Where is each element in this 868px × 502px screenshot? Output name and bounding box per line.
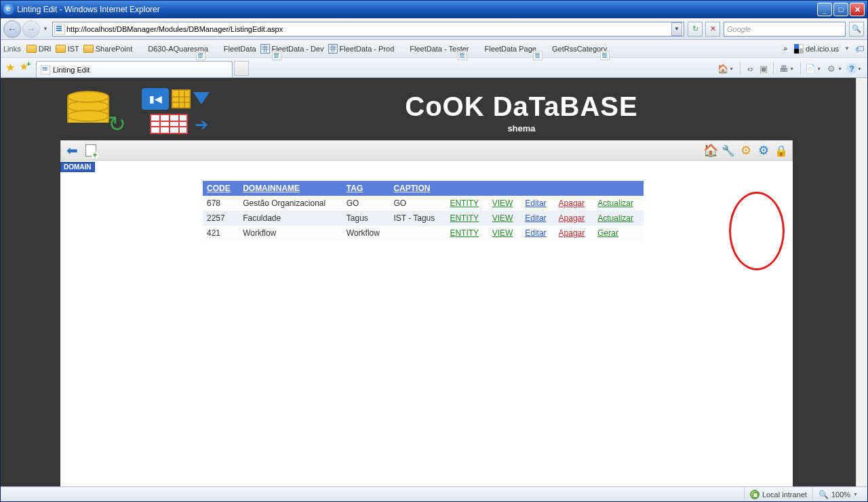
tag-icon[interactable]: 🏷 xyxy=(855,43,865,54)
nav-toolbar: ← → ▼ ▼ ↻ ✕ Google 🔍 xyxy=(1,18,867,40)
folder-icon xyxy=(83,45,94,53)
favorite-fleetdata-dev[interactable]: FleetData - Dev xyxy=(260,44,324,54)
link-edit[interactable]: Editar xyxy=(525,228,546,238)
section-badge: DOMAIN xyxy=(60,162,95,172)
cell-domainname: Faculdade xyxy=(239,211,342,226)
yellow-grid-icon xyxy=(172,89,191,108)
grid-icon xyxy=(260,44,270,54)
vertical-scrollbar[interactable] xyxy=(856,78,867,486)
new-tab-button[interactable] xyxy=(234,61,249,76)
link-last-action[interactable]: Actualizar xyxy=(597,213,633,223)
cell-caption xyxy=(389,226,446,240)
help-button[interactable]: ? xyxy=(846,63,857,74)
toolbar-lock-button[interactable]: 🔒 xyxy=(774,144,788,157)
col-header-caption[interactable]: CAPTION xyxy=(389,181,446,196)
cell-tag: Tagus xyxy=(342,211,390,226)
stop-button[interactable]: ✕ xyxy=(705,22,720,37)
favorites-center-button[interactable]: ★ xyxy=(5,61,18,73)
toolbar-settings-button[interactable]: ⚙ xyxy=(739,144,753,157)
search-button[interactable]: 🔍 xyxy=(849,22,864,37)
feeds-button[interactable]: ▣ xyxy=(757,62,770,75)
search-placeholder: Google xyxy=(727,25,842,33)
window-minimize-button[interactable]: _ xyxy=(817,3,832,16)
favorite-dri[interactable]: DRI xyxy=(26,45,52,53)
print-dropdown[interactable]: ▼ xyxy=(789,66,794,71)
tab-active[interactable]: Linting Edit xyxy=(36,61,233,77)
zoom-icon: 🔍 xyxy=(818,490,829,499)
link-last-action[interactable]: Actualizar xyxy=(597,198,633,208)
tools-dropdown[interactable]: ▼ xyxy=(837,66,842,71)
window-titlebar: Linting Edit - Windows Internet Explorer… xyxy=(1,1,867,18)
print-button[interactable]: 🖶 xyxy=(777,62,789,75)
favorite-fleetdata[interactable]: FleetData xyxy=(212,44,256,54)
zoom-value: 100% xyxy=(831,490,850,499)
help-dropdown[interactable]: ▼ xyxy=(857,66,862,71)
cell-code: 2257 xyxy=(203,211,239,226)
favorite-getrsscategory[interactable]: GetRssCategory xyxy=(540,44,607,54)
link-entity[interactable]: ENTITY xyxy=(450,198,479,208)
links-bar: Links DRI IST SharePoint D630-AQuaresma … xyxy=(1,40,867,58)
table-row: 421WorkflowWorkflowENTITYVIEWEditarApaga… xyxy=(203,226,644,240)
address-dropdown[interactable]: ▼ xyxy=(671,22,682,36)
link-view[interactable]: VIEW xyxy=(492,198,513,208)
link-edit[interactable]: Editar xyxy=(525,213,546,223)
link-view[interactable]: VIEW xyxy=(492,213,513,223)
favorite-ist[interactable]: IST xyxy=(56,45,79,53)
home-button[interactable]: 🏠 xyxy=(717,62,729,75)
delicious-link[interactable]: del.icio.us xyxy=(794,44,839,54)
window-maximize-button[interactable]: □ xyxy=(833,3,848,16)
status-zone[interactable]: Local intranet xyxy=(744,487,812,501)
table-row: 2257FaculdadeTagusIST - TagusENTITYVIEWE… xyxy=(203,211,644,226)
favorite-fleetdata-prod[interactable]: FleetData - Prod xyxy=(328,44,395,54)
dev-tools-button[interactable]: ‹› xyxy=(744,62,756,75)
cell-domainname: Gestão Organizacional xyxy=(239,196,342,211)
link-delete[interactable]: Apagar xyxy=(559,228,585,238)
nav-history-dropdown[interactable]: ▼ xyxy=(41,20,50,38)
toolbar-config-button[interactable]: ⚙ xyxy=(757,144,770,157)
link-view[interactable]: VIEW xyxy=(492,228,513,238)
cell-tag: GO xyxy=(342,196,390,211)
address-input[interactable] xyxy=(66,25,670,33)
page-menu-dropdown[interactable]: ▼ xyxy=(816,66,821,71)
link-entity[interactable]: ENTITY xyxy=(450,228,479,238)
favorite-sharepoint[interactable]: SharePoint xyxy=(83,45,132,53)
col-header-actions xyxy=(446,181,644,196)
col-header-domainname[interactable]: DOMAINNAME xyxy=(239,181,342,196)
favorite-fleetdata-page[interactable]: FleetData Page xyxy=(473,44,536,54)
favorite-d630[interactable]: D630-AQuaresma xyxy=(136,44,208,54)
forward-button[interactable]: → xyxy=(22,20,40,38)
col-header-tag[interactable]: TAG xyxy=(342,181,390,196)
tab-title: Linting Edit xyxy=(53,66,90,74)
address-bar[interactable]: ▼ xyxy=(52,22,684,37)
search-box[interactable]: Google xyxy=(724,22,846,37)
refresh-arrow-icon xyxy=(108,111,135,131)
database-icon xyxy=(67,91,109,129)
delicious-icon xyxy=(794,44,804,54)
home-dropdown[interactable]: ▼ xyxy=(729,66,734,71)
toolbar-back-button[interactable]: ⬅ xyxy=(65,144,79,157)
favorite-fleetdata-tester[interactable]: FleetData - Tester xyxy=(398,44,469,54)
links-label: Links xyxy=(3,45,21,53)
back-button[interactable]: ← xyxy=(3,20,21,38)
window-close-button[interactable]: ✕ xyxy=(850,3,865,16)
link-last-action[interactable]: Gerar xyxy=(597,228,618,238)
tools-button[interactable]: ⚙ xyxy=(825,62,837,75)
toolbar-wrench-button[interactable]: 🔧 xyxy=(722,144,735,157)
zoom-dropdown[interactable]: ▼ xyxy=(853,492,858,497)
links-overflow[interactable]: » xyxy=(784,45,788,52)
add-favorite-button[interactable] xyxy=(20,61,32,73)
refresh-button[interactable]: ↻ xyxy=(688,22,703,37)
link-entity[interactable]: ENTITY xyxy=(450,213,479,223)
content-area: DOMAIN CODE DOMAINNAME TAG CAPTION xyxy=(60,161,793,486)
link-edit[interactable]: Editar xyxy=(525,198,546,208)
folder-icon xyxy=(56,45,66,53)
status-zoom[interactable]: 🔍 100% ▼ xyxy=(812,487,863,501)
col-header-code[interactable]: CODE xyxy=(203,181,239,196)
toolbar-home-button[interactable]: 🏠 xyxy=(704,144,717,157)
page-menu-button[interactable]: 📄 xyxy=(804,62,816,75)
link-delete[interactable]: Apagar xyxy=(559,213,585,223)
delicious-dropdown[interactable]: ▼ xyxy=(843,40,851,58)
cell-tag: Workflow xyxy=(342,226,390,240)
toolbar-new-button[interactable] xyxy=(84,144,98,157)
link-delete[interactable]: Apagar xyxy=(559,198,585,208)
